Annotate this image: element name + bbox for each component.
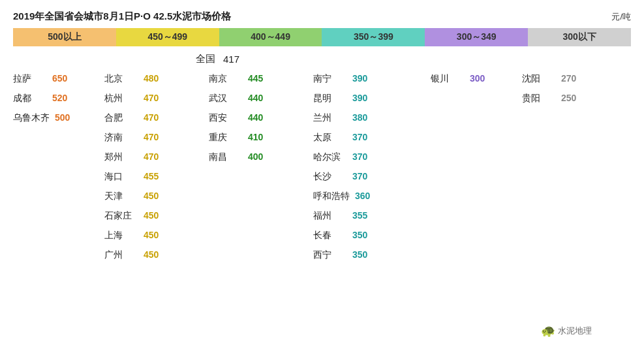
- city-price: 650: [52, 73, 67, 84]
- list-item: 贵阳250: [522, 93, 594, 108]
- legend-item: 300以下: [528, 28, 631, 46]
- city-price: 250: [561, 93, 576, 103]
- legend-item: 450～499: [116, 28, 219, 46]
- list-item: 长沙370: [313, 171, 427, 187]
- city-price: 380: [352, 112, 367, 123]
- data-column-5: 沈阳270贵阳250: [522, 73, 594, 265]
- city-name: 兰州: [313, 112, 347, 124]
- city-name: 长春: [313, 230, 347, 242]
- city-price: 350: [352, 230, 367, 240]
- data-column-1: 北京480杭州470合肥470济南470郑州470海口455天津450石家庄45…: [104, 73, 206, 265]
- watermark-icon: 🐢: [541, 324, 555, 338]
- list-item: 福州355: [313, 210, 427, 226]
- city-price: 350: [352, 249, 367, 260]
- city-name: 南宁: [313, 73, 347, 85]
- city-price: 455: [144, 171, 159, 181]
- city-price: 470: [144, 93, 159, 103]
- unit-label: 元/吨: [611, 11, 631, 23]
- list-item: 石家庄450: [104, 210, 206, 226]
- list-item: 太原370: [313, 132, 427, 148]
- legend-item: 400～449: [219, 28, 322, 46]
- list-item: 郑州470: [104, 151, 206, 167]
- legend-item: 300～349: [425, 28, 528, 46]
- list-item: 呼和浩特360: [313, 191, 427, 206]
- city-name: 南京: [209, 73, 243, 85]
- city-name: 武汉: [209, 93, 243, 104]
- city-price: 470: [144, 112, 159, 123]
- list-item: 合肥470: [104, 112, 206, 128]
- city-price: 370: [352, 132, 367, 142]
- list-item: 西安440: [209, 112, 310, 128]
- city-name: 银川: [431, 73, 465, 85]
- city-price: 470: [144, 132, 159, 142]
- city-name: 广州: [104, 249, 138, 261]
- legend-item: 500以上: [13, 28, 116, 46]
- city-price: 410: [248, 132, 263, 142]
- list-item: 上海450: [104, 230, 206, 245]
- data-column-0: 拉萨650成都520乌鲁木齐500: [13, 73, 104, 265]
- city-name: 西安: [209, 112, 243, 124]
- watermark: 🐢 水泥地理: [541, 324, 592, 338]
- data-grid: 拉萨650成都520乌鲁木齐500北京480杭州470合肥470济南470郑州4…: [13, 73, 631, 265]
- page-title: 2019年全国省会城市8月1日P·O 42.5水泥市场价格: [13, 10, 231, 23]
- city-price: 360: [355, 191, 370, 201]
- city-name: 呼和浩特: [313, 191, 350, 202]
- list-item: 沈阳270: [522, 73, 594, 89]
- city-name: 哈尔滨: [313, 151, 347, 163]
- list-item: 济南470: [104, 132, 206, 148]
- data-column-4: 银川300: [431, 73, 515, 265]
- legend-item: 350～399: [322, 28, 425, 46]
- list-item: 北京480: [104, 73, 206, 89]
- watermark-text: 水泥地理: [558, 325, 592, 337]
- city-price: 390: [352, 93, 367, 103]
- list-item: 拉萨650: [13, 73, 104, 89]
- city-name: 郑州: [104, 151, 138, 163]
- city-name: 乌鲁木齐: [13, 112, 50, 124]
- city-price: 480: [144, 73, 159, 84]
- city-name: 南昌: [209, 151, 243, 163]
- city-name: 昆明: [313, 93, 347, 104]
- list-item: 广州450: [104, 249, 206, 265]
- city-name: 济南: [104, 132, 138, 144]
- city-price: 450: [144, 191, 159, 201]
- list-item: 南京445: [209, 73, 310, 89]
- data-column-2: 南京445武汉440西安440重庆410南昌400: [209, 73, 310, 265]
- city-price: 450: [144, 210, 159, 221]
- city-name: 太原: [313, 132, 347, 144]
- city-name: 北京: [104, 73, 138, 85]
- list-item: 杭州470: [104, 93, 206, 108]
- city-name: 重庆: [209, 132, 243, 144]
- city-name: 西宁: [313, 249, 347, 261]
- city-price: 390: [352, 73, 367, 84]
- city-name: 石家庄: [104, 210, 138, 222]
- city-name: 拉萨: [13, 73, 47, 85]
- list-item: 南昌400: [209, 151, 310, 167]
- city-name: 杭州: [104, 93, 138, 104]
- city-price: 520: [52, 93, 67, 103]
- national-label: 全国: [196, 53, 215, 65]
- list-item: 南宁390: [313, 73, 427, 89]
- city-price: 445: [248, 73, 263, 84]
- city-price: 370: [352, 171, 367, 181]
- list-item: 昆明390: [313, 93, 427, 108]
- city-name: 上海: [104, 230, 138, 242]
- list-item: 天津450: [104, 191, 206, 206]
- city-price: 370: [352, 151, 367, 162]
- city-price: 270: [561, 73, 576, 84]
- city-name: 沈阳: [522, 73, 556, 85]
- city-name: 福州: [313, 210, 347, 222]
- city-name: 贵阳: [522, 93, 556, 104]
- city-price: 450: [144, 230, 159, 240]
- city-name: 成都: [13, 93, 47, 104]
- list-item: 兰州380: [313, 112, 427, 128]
- city-price: 440: [248, 93, 263, 103]
- data-column-3: 南宁390昆明390兰州380太原370哈尔滨370长沙370呼和浩特360福州…: [313, 73, 427, 265]
- list-item: 海口455: [104, 171, 206, 187]
- list-item: 西宁350: [313, 249, 427, 265]
- city-price: 500: [55, 112, 70, 123]
- national-value: 417: [223, 54, 239, 65]
- city-price: 450: [144, 249, 159, 260]
- list-item: 长春350: [313, 230, 427, 245]
- city-price: 300: [470, 73, 485, 84]
- list-item: 哈尔滨370: [313, 151, 427, 167]
